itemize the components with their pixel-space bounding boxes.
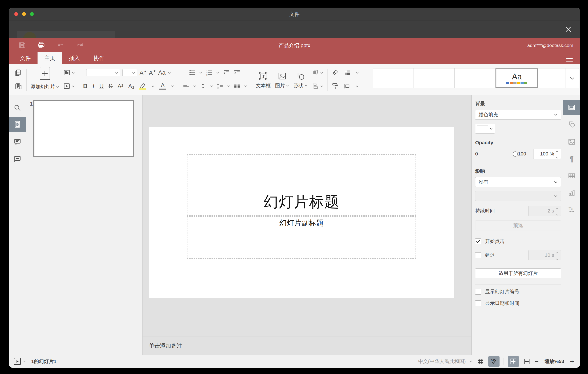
close-window-button[interactable] — [14, 12, 18, 16]
slideshow-icon[interactable] — [63, 82, 71, 90]
globe-icon[interactable] — [477, 358, 484, 365]
subscript-button[interactable]: A₂ — [128, 83, 134, 89]
caret-down-icon[interactable] — [320, 72, 323, 74]
caret-down-icon[interactable] — [23, 360, 26, 362]
columns-icon[interactable] — [233, 82, 241, 90]
delay-checkbox[interactable] — [475, 252, 481, 258]
spellcheck-icon[interactable]: ABC — [488, 356, 500, 367]
table-settings-icon[interactable] — [563, 168, 580, 183]
indent-icon[interactable] — [233, 69, 241, 77]
theme-thumbnail[interactable] — [373, 68, 414, 88]
caret-down-icon[interactable] — [72, 85, 75, 87]
opacity-slider-knob[interactable] — [513, 152, 518, 157]
vertical-align-icon[interactable] — [199, 82, 207, 90]
font-decrease-icon[interactable]: A▼ — [149, 70, 156, 76]
image-settings-icon[interactable] — [563, 134, 580, 149]
subtitle-placeholder[interactable]: 幻灯片副标题 — [187, 216, 416, 259]
caret-up-icon[interactable] — [556, 148, 558, 154]
fit-slide-icon[interactable] — [508, 356, 519, 367]
paint-roller-icon[interactable] — [332, 82, 339, 90]
copy-icon[interactable] — [12, 69, 24, 77]
change-case-icon[interactable]: Aa — [158, 70, 166, 76]
fit-width-icon[interactable] — [523, 358, 531, 365]
caret-down-icon[interactable] — [199, 72, 202, 74]
outdent-icon[interactable] — [222, 69, 230, 77]
underline-button[interactable]: U — [99, 83, 104, 89]
bullet-list-icon[interactable] — [189, 69, 196, 77]
minimize-window-button[interactable] — [22, 12, 26, 16]
slide-layout-icon[interactable] — [63, 69, 71, 77]
font-color-icon[interactable]: A — [159, 82, 166, 90]
title-placeholder[interactable]: 幻灯片标题 — [187, 154, 416, 216]
slide-thumbnail[interactable] — [33, 100, 134, 157]
opacity-value-spinner[interactable]: 100 % — [533, 149, 561, 159]
zoom-in-button[interactable]: + — [570, 358, 574, 365]
show-date-time-checkbox[interactable] — [475, 300, 481, 306]
language-selector[interactable]: 中文(中华人民共和国) — [418, 358, 466, 365]
add-slide-button[interactable]: 添加幻灯片 — [29, 83, 61, 90]
close-icon[interactable] — [564, 25, 573, 34]
caret-down-icon[interactable] — [210, 85, 213, 87]
align-shapes-icon[interactable] — [312, 82, 319, 90]
zoom-window-button[interactable] — [30, 12, 34, 16]
shape-settings-icon[interactable] — [563, 117, 580, 132]
insert-shape-button[interactable]: 形状 — [291, 66, 310, 94]
caret-down-icon[interactable] — [216, 72, 219, 74]
slides-panel-icon[interactable] — [9, 117, 26, 132]
clear-style-icon[interactable] — [332, 69, 339, 77]
line-spacing-icon[interactable] — [216, 82, 224, 90]
caret-down-icon[interactable] — [193, 85, 196, 87]
fill-color-icon[interactable] — [344, 69, 351, 77]
play-icon[interactable] — [14, 358, 21, 365]
caret-down-icon[interactable] — [56, 86, 59, 88]
add-slide-icon[interactable] — [40, 67, 50, 80]
opacity-slider-track[interactable] — [480, 154, 513, 154]
comments-icon[interactable] — [9, 134, 26, 149]
caret-down-icon[interactable] — [168, 72, 171, 74]
hamburger-icon[interactable] — [566, 56, 573, 62]
apply-to-all-slides-button[interactable]: 适用于所有幻灯片 — [475, 268, 561, 278]
paste-icon[interactable] — [12, 82, 24, 90]
theme-thumbnail[interactable] — [455, 68, 495, 88]
font-name-combobox[interactable] — [86, 69, 120, 76]
caret-down-icon[interactable] — [356, 85, 359, 87]
caret-down-icon[interactable] — [151, 85, 154, 87]
font-size-combobox[interactable] — [122, 69, 137, 76]
slide-size-icon[interactable] — [344, 82, 351, 90]
background-color-swatch[interactable] — [475, 124, 495, 133]
zoom-out-button[interactable]: − — [535, 358, 539, 365]
start-on-click-checkbox[interactable] — [475, 238, 481, 244]
bold-button[interactable]: B — [83, 83, 88, 89]
paragraph-settings-icon[interactable]: ¶ — [563, 152, 580, 166]
caret-down-icon[interactable] — [72, 72, 75, 74]
theme-thumbnail-selected[interactable]: Aa — [495, 68, 538, 88]
superscript-button[interactable]: A² — [117, 83, 123, 89]
highlight-icon[interactable] — [139, 83, 146, 90]
font-increase-icon[interactable]: A▲ — [139, 70, 147, 76]
theme-thumbnail[interactable] — [414, 68, 455, 88]
caret-down-icon[interactable] — [320, 85, 323, 87]
caret-down-icon[interactable] — [227, 85, 230, 87]
strikeout-button[interactable]: S — [109, 83, 113, 89]
notes-area[interactable]: 单击添加备注 — [143, 336, 471, 355]
chat-icon[interactable] — [9, 152, 26, 166]
background-fill-select[interactable]: 颜色填充 — [475, 110, 561, 120]
tab-insert[interactable]: 插入 — [62, 52, 87, 64]
tab-collaboration[interactable]: 协作 — [87, 52, 111, 64]
align-icon[interactable] — [182, 82, 190, 90]
caret-down-icon[interactable] — [171, 85, 174, 87]
theme-gallery-expand-button[interactable] — [565, 68, 579, 88]
numbered-list-icon[interactable]: 123 — [206, 69, 213, 77]
effect-select[interactable]: 没有 — [475, 177, 561, 187]
search-icon[interactable] — [9, 100, 26, 115]
caret-down-icon[interactable] — [356, 72, 359, 74]
caret-down-icon[interactable] — [244, 85, 247, 87]
caret-up-icon[interactable] — [470, 360, 473, 362]
caret-down-icon[interactable] — [556, 154, 558, 160]
arrange-icon[interactable] — [312, 69, 319, 77]
chart-settings-icon[interactable] — [563, 186, 580, 200]
show-slide-number-checkbox[interactable] — [475, 289, 481, 295]
textart-settings-icon[interactable]: Ta — [563, 202, 580, 217]
tab-file[interactable]: 文件 — [13, 52, 38, 64]
insert-image-button[interactable]: 图片 — [273, 66, 291, 94]
